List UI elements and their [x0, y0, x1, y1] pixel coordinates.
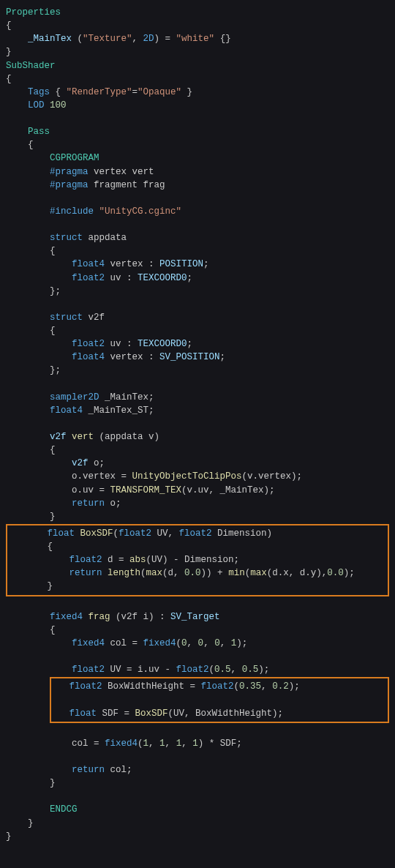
- cgprogram-begin: CGPROGRAM: [50, 153, 99, 163]
- highlight-box-2: float2 BoxWidthHeight = float2(0.35, 0.2…: [50, 677, 389, 722]
- code-block: Properties { _MainTex ("Texture", 2D) = …: [6, 6, 389, 843]
- highlight-box-1: float BoxSDF(float2 UV, float2 Dimension…: [6, 524, 389, 596]
- section-properties: Properties: [6, 7, 61, 18]
- section-subshader: SubShader: [6, 61, 56, 71]
- section-pass: Pass: [28, 127, 50, 137]
- cgprogram-end: ENDCG: [50, 804, 78, 815]
